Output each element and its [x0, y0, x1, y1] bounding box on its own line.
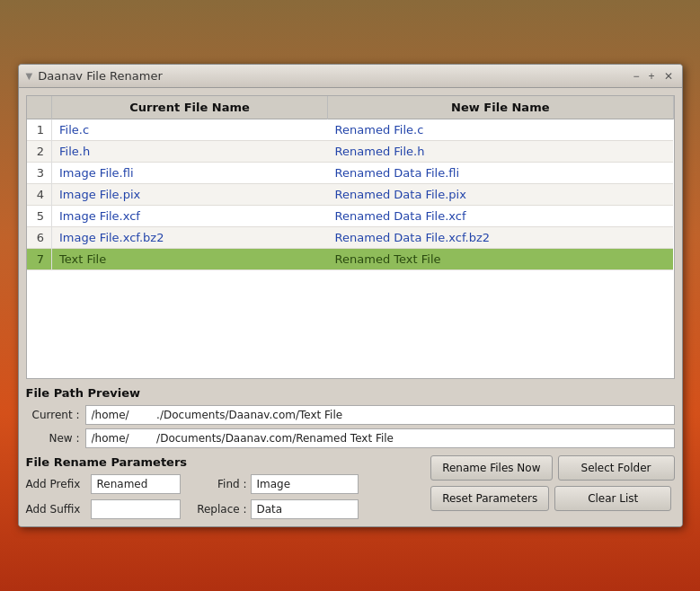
current-file-name: Image File.pix [52, 184, 328, 206]
current-path-label: Current : [26, 409, 80, 421]
replace-row: Replace : [195, 499, 359, 519]
right-buttons: Rename Files Now Select Folder Reset Par… [430, 455, 674, 511]
row-number: 3 [27, 163, 52, 184]
prefix-row: Add Prefix [26, 474, 181, 494]
titlebar: ▼ Daanav File Renamer − + ✕ [19, 65, 682, 88]
table-row[interactable]: 2File.hRenamed File.h [27, 141, 674, 163]
row-number: 4 [27, 184, 52, 206]
find-label: Find : [195, 478, 247, 490]
table-body: 1File.cRenamed File.c2File.hRenamed File… [27, 119, 674, 270]
prefix-input[interactable] [91, 474, 181, 494]
table-row[interactable]: 6Image File.xcf.bz2Renamed Data File.xcf… [27, 227, 674, 249]
row-number: 7 [27, 249, 52, 270]
table-header-current: Current File Name [52, 96, 328, 119]
rename-files-button[interactable]: Rename Files Now [430, 455, 552, 481]
window-title: Daanav File Renamer [38, 69, 163, 83]
find-input[interactable] [251, 474, 359, 494]
new-file-name: Renamed Data File.pix [328, 184, 673, 206]
current-path-row: Current : [26, 405, 675, 425]
current-file-name: File.h [52, 141, 328, 163]
table-header-row: Current File Name New File Name [27, 96, 674, 119]
suffix-label: Add Suffix [26, 503, 91, 516]
maximize-button[interactable]: + [646, 70, 656, 83]
table-row[interactable]: 3Image File.fliRenamed Data File.fli [27, 163, 674, 184]
current-path-input[interactable] [85, 405, 675, 425]
new-file-name: Renamed File.h [328, 141, 673, 163]
current-file-name: Text File [52, 249, 328, 270]
reset-params-button[interactable]: Reset Parameters [430, 486, 549, 511]
params-left: File Rename Parameters Add Prefix Add Su… [26, 455, 424, 519]
top-btn-group: Rename Files Now Select Folder [430, 455, 674, 481]
titlebar-left: ▼ Daanav File Renamer [26, 69, 163, 83]
new-path-input[interactable] [85, 428, 675, 448]
new-file-name: Renamed Data File.fli [328, 163, 673, 184]
file-path-title: File Path Preview [26, 386, 675, 400]
main-window: ▼ Daanav File Renamer − + ✕ Current File… [18, 64, 683, 527]
suffix-row: Add Suffix [26, 499, 181, 519]
table-header-new: New File Name [328, 96, 673, 119]
suffix-input[interactable] [91, 499, 181, 519]
table-empty-area [27, 270, 674, 378]
prefix-suffix-col: Add Prefix Add Suffix [26, 474, 181, 519]
inline-params: Add Prefix Add Suffix Find : [26, 474, 424, 519]
current-file-name: Image File.xcf.bz2 [52, 227, 328, 249]
titlebar-buttons: − + ✕ [631, 70, 674, 83]
prefix-label: Add Prefix [26, 478, 91, 490]
replace-label: Replace : [195, 503, 247, 516]
params-section: File Rename Parameters Add Prefix Add Su… [26, 455, 675, 519]
bottom-btn-group: Reset Parameters Clear List [430, 486, 674, 511]
new-file-name: Renamed Data File.xcf.bz2 [328, 227, 673, 249]
new-file-name: Renamed File.c [328, 119, 673, 141]
new-file-name: Renamed Text File [328, 249, 673, 270]
clear-list-button[interactable]: Clear List [554, 486, 671, 511]
minimize-button[interactable]: − [631, 70, 641, 83]
find-row: Find : [195, 474, 359, 494]
row-number: 6 [27, 227, 52, 249]
params-title: File Rename Parameters [26, 455, 424, 469]
file-table: Current File Name New File Name 1File.cR… [27, 96, 674, 270]
new-path-label: New : [26, 432, 80, 445]
find-replace-col: Find : Replace : [195, 474, 359, 519]
new-path-row: New : [26, 428, 675, 448]
select-folder-button[interactable]: Select Folder [558, 455, 675, 481]
close-button[interactable]: ✕ [662, 70, 675, 83]
current-file-name: Image File.xcf [52, 206, 328, 227]
file-list-container: Current File Name New File Name 1File.cR… [26, 95, 675, 379]
main-content: Current File Name New File Name 1File.cR… [19, 88, 682, 526]
current-file-name: File.c [52, 119, 328, 141]
table-row[interactable]: 1File.cRenamed File.c [27, 119, 674, 141]
row-number: 5 [27, 206, 52, 227]
table-row[interactable]: 7Text FileRenamed Text File [27, 249, 674, 270]
new-file-name: Renamed Data File.xcf [328, 206, 673, 227]
row-number: 2 [27, 141, 52, 163]
table-header-num [27, 96, 52, 119]
row-number: 1 [27, 119, 52, 141]
file-path-section: File Path Preview Current : New : [26, 386, 675, 448]
current-file-name: Image File.fli [52, 163, 328, 184]
table-row[interactable]: 4Image File.pixRenamed Data File.pix [27, 184, 674, 206]
table-row[interactable]: 5Image File.xcfRenamed Data File.xcf [27, 206, 674, 227]
titlebar-arrow-icon: ▼ [26, 71, 33, 81]
replace-input[interactable] [251, 499, 359, 519]
